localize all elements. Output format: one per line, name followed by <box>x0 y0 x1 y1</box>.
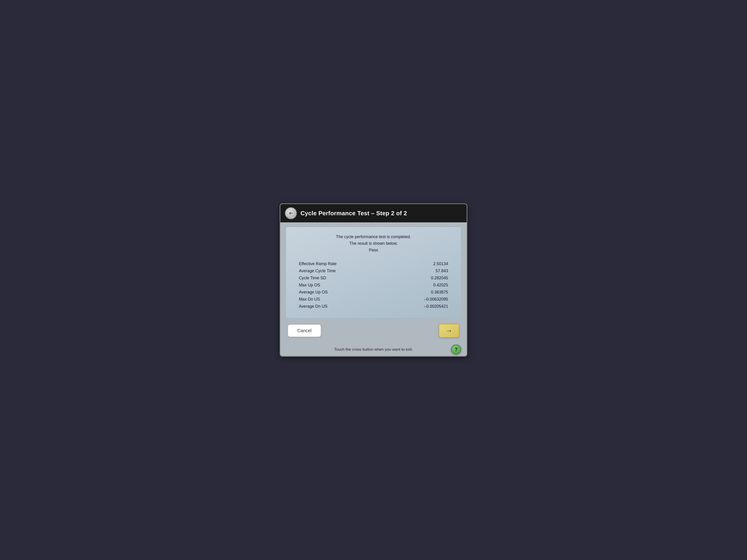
results-panel: The cycle performance test is completed.… <box>286 227 461 318</box>
metric-value-max-up-os: 0.42025 <box>433 283 448 288</box>
help-button[interactable]: ? <box>451 345 461 354</box>
metric-label-cycle-time-sd: Cycle Time SD <box>299 276 326 281</box>
metric-value-max-dn-us: –0.00632095 <box>424 297 448 302</box>
metric-value-effective-ramp-rate: 2.50134 <box>433 262 448 266</box>
table-row: Max Dn US –0.00632095 <box>294 296 453 303</box>
metric-value-cycle-time-sd: 0.282045 <box>431 276 448 281</box>
next-button[interactable]: → <box>439 324 459 338</box>
completion-line1: The cycle performance test is completed. <box>294 234 453 240</box>
main-screen: ➜ Cycle Performance Test – Step 2 of 2 T… <box>280 203 467 356</box>
result-status: Pass <box>294 247 453 254</box>
table-row: Cycle Time SD 0.282045 <box>294 274 453 282</box>
table-row: Effective Ramp Rate 2.50134 <box>294 260 453 267</box>
footer-instruction: Touch the cross button when you want to … <box>334 347 413 352</box>
buttons-row: Cancel → <box>286 323 461 340</box>
next-arrow-icon: → <box>446 327 452 335</box>
table-row: Max Up OS 0.42025 <box>294 282 453 289</box>
table-row: Average Cycle Time 57.843 <box>294 267 453 274</box>
back-arrow-icon: ➜ <box>289 210 293 216</box>
cancel-button[interactable]: Cancel <box>288 324 321 337</box>
main-content: The cycle performance test is completed.… <box>280 222 467 345</box>
metric-label-max-up-os: Max Up OS <box>299 283 320 288</box>
page-title: Cycle Performance Test – Step 2 of 2 <box>301 210 407 217</box>
metric-label-effective-ramp-rate: Effective Ramp Rate <box>299 262 337 266</box>
metric-value-average-up-os: 0.363875 <box>431 290 448 295</box>
metric-value-average-dn-us: –0.00205421 <box>424 304 448 309</box>
header: ➜ Cycle Performance Test – Step 2 of 2 <box>280 204 467 222</box>
completion-line2: The result is shown below. <box>294 240 453 247</box>
metric-value-average-cycle-time: 57.843 <box>436 269 448 273</box>
metric-label-average-up-os: Average Up OS <box>299 290 328 295</box>
metric-label-max-dn-us: Max Dn US <box>299 297 320 302</box>
metrics-table: Effective Ramp Rate 2.50134 Average Cycl… <box>294 260 453 310</box>
table-row: Average Dn US –0.00205421 <box>294 303 453 310</box>
metric-label-average-cycle-time: Average Cycle Time <box>299 269 336 273</box>
table-row: Average Up OS 0.363875 <box>294 289 453 296</box>
metric-label-average-dn-us: Average Dn US <box>299 304 328 309</box>
completion-message: The cycle performance test is completed.… <box>294 234 453 253</box>
footer: Touch the cross button when you want to … <box>280 345 467 356</box>
help-icon: ? <box>455 347 458 352</box>
back-button[interactable]: ➜ <box>285 207 297 219</box>
